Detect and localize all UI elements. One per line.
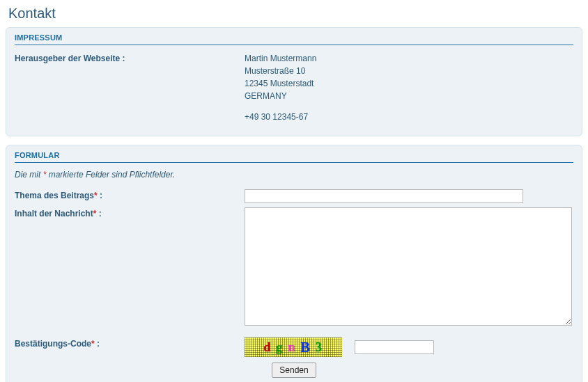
publisher-name: Martin Mustermann xyxy=(245,52,573,65)
publisher-phone: +49 30 12345-67 xyxy=(245,111,573,123)
impressum-header: IMPRESSUM xyxy=(15,33,573,45)
subject-label-text: Thema des Beitrags xyxy=(15,191,94,200)
publisher-city: 12345 Musterstadt xyxy=(245,77,573,90)
form-panel: FORMULAR Die mit * markierte Felder sind… xyxy=(6,145,582,382)
publisher-street: Musterstraße 10 xyxy=(245,65,573,77)
required-hint: Die mit * markierte Felder sind Pflichtf… xyxy=(15,170,573,180)
message-label: Inhalt der Nachricht* : xyxy=(15,207,245,218)
captcha-char-2: g xyxy=(276,340,288,355)
captcha-label: Bestätigungs-Code* : xyxy=(15,337,245,349)
message-label-text: Inhalt der Nachricht xyxy=(15,209,93,218)
captcha-char-1: d xyxy=(263,340,276,355)
captcha-image: d g n B 3 xyxy=(245,337,342,357)
subject-colon: : xyxy=(98,191,102,200)
page-title: Kontakt xyxy=(8,6,582,22)
hint-post: markierte Felder sind Pflichtfelder. xyxy=(46,170,175,180)
message-colon: : xyxy=(96,209,101,218)
captcha-char-4: B xyxy=(300,340,315,356)
captcha-char-3: n xyxy=(288,340,300,355)
captcha-label-text: Bestätigungs-Code xyxy=(15,339,91,349)
subject-label: Thema des Beitrags* : xyxy=(15,189,245,200)
captcha-colon: : xyxy=(95,339,100,349)
captcha-char-5: 3 xyxy=(316,340,327,355)
hint-pre: Die mit xyxy=(15,170,43,180)
publisher-country: GERMANY xyxy=(245,90,573,102)
publisher-label: Herausgeber der Webseite : xyxy=(15,52,245,63)
submit-button[interactable]: Senden xyxy=(272,363,316,378)
captcha-input[interactable] xyxy=(355,340,434,354)
impressum-panel: IMPRESSUM Herausgeber der Webseite : Mar… xyxy=(6,27,582,136)
message-textarea[interactable] xyxy=(245,207,572,326)
publisher-address: Martin Mustermann Musterstraße 10 12345 … xyxy=(245,52,573,123)
subject-input[interactable] xyxy=(245,189,523,203)
form-header: FORMULAR xyxy=(15,151,573,163)
